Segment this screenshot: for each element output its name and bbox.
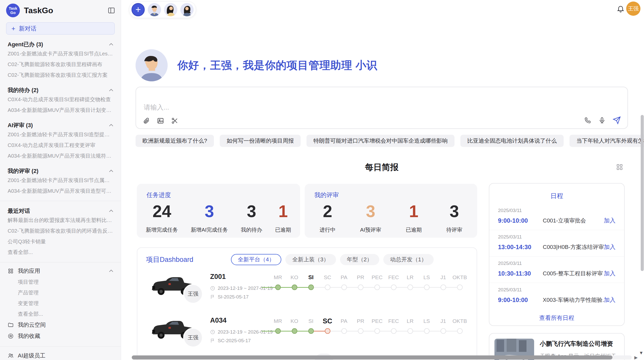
vertical-scrollbar-thumb[interactable] [641, 115, 644, 271]
chevron-up-icon[interactable] [108, 208, 114, 214]
view-all-chats[interactable]: 查看全部... [8, 247, 114, 258]
section-recent-chats[interactable]: 最近对话 [8, 207, 114, 215]
attachment-icon[interactable] [143, 117, 150, 124]
my-review-card: 我的评审 2进行中 3AI预评审 1已逾期 3待评审 [305, 184, 477, 238]
sidebar-item-my-apps[interactable]: 我的应用 [8, 265, 114, 277]
image-icon[interactable] [157, 117, 164, 124]
milestone: OKTB [451, 317, 468, 334]
logo-line2: Go [10, 10, 16, 15]
tab-powertrain[interactable]: 动总开发（1） [383, 254, 434, 265]
join-link[interactable]: 加入 [604, 269, 616, 277]
section-title: 我的待办 (2) [8, 86, 38, 94]
suggestion-chip[interactable]: 特朗普可能对进口汽车增税会对中国车企造成哪些影响 [306, 135, 455, 147]
milestone-dot [341, 328, 347, 334]
schedule-event: 2025/03/11 9:00-10:00 X003-车辆动力学性能验... 加… [489, 283, 624, 309]
project-row[interactable]: 王强 Z001 2023-12-19 ~ 2027-01-19 SI-2025-… [137, 268, 477, 311]
scroll-right-arrow-icon[interactable]: ▶ [634, 355, 638, 360]
list-item[interactable]: Z001-全新燃油皮卡产品开发项目SI节点Lesson Learn报告 [8, 48, 114, 59]
event-title: X003-车辆动力学性能验... [543, 296, 604, 304]
list-item[interactable]: A034-全新新能源MUV产品开发项目造型可行性评审 [8, 186, 114, 196]
date-range: 2023-12-19 ~ 2026-01-19 [218, 329, 273, 335]
phone-icon[interactable] [584, 117, 591, 124]
chevron-up-icon[interactable] [108, 87, 114, 93]
app-logo: Task Go [6, 4, 20, 17]
section-title: Agent已办 (3) [8, 41, 43, 48]
list-item[interactable]: C02-飞腾新能源轻客改款项目立项汇报方案 [8, 70, 114, 80]
milestone-dot [457, 284, 463, 290]
event-time: 9:00-10:00 [498, 296, 543, 304]
section-my-todo[interactable]: 我的待办 (2) [8, 86, 114, 94]
list-item[interactable]: A034-全新新能源MUV产品开发项目计划变更表编写 [8, 105, 114, 115]
list-item[interactable]: 公司Q3轻卡销量 [8, 236, 114, 247]
list-item[interactable]: Z001-全新燃油轻卡产品开发项目SI造型提交物评审 [8, 129, 114, 140]
sidebar-header: Task Go TaskGo [0, 0, 121, 19]
collapse-sidebar-icon[interactable] [108, 7, 115, 14]
sidebar-item-product-mgmt[interactable]: 产品管理 [18, 287, 114, 298]
suggestion-chip[interactable]: 当下年轻人对汽车外观有怎样的喜好趋势 [569, 135, 644, 147]
layout-grid-icon[interactable] [616, 163, 623, 171]
stat: 3新增AI完成任务 [191, 203, 228, 235]
project-code: Z001 [210, 273, 226, 281]
stat-label: 进行中 [319, 226, 335, 233]
list-item[interactable]: 解释最新出台的欧盟报废车法规再生塑料比例被调至15%... [8, 215, 114, 226]
view-all-schedule-link[interactable]: 查看所有日程 [489, 314, 624, 322]
horizontal-scrollbar-thumb[interactable] [132, 355, 612, 359]
milestone-dot [374, 284, 380, 290]
sidebar-item-change-mgmt[interactable]: 变更管理 [18, 298, 114, 309]
suggestion-chip[interactable]: 比亚迪全固态电池计划具体说了什么 [460, 135, 564, 147]
user-avatar[interactable]: 王强 [626, 2, 640, 16]
list-item[interactable]: C0X4-动力总成开发项目工程变更评审 [8, 140, 114, 151]
milestone-dot [308, 328, 314, 334]
section-my-review[interactable]: 我的评审 (2) [8, 167, 114, 175]
join-link[interactable]: 加入 [604, 217, 616, 224]
stat-value: 3 [191, 203, 228, 220]
project-dates: 2023-12-19 ~ 2026-01-19 [210, 329, 273, 335]
join-link[interactable]: 加入 [604, 296, 616, 304]
milestone-dot [407, 284, 413, 290]
milestone-dot [424, 328, 430, 334]
section-title: AI评审 (3) [8, 122, 33, 129]
sidebar-item-ai-employee[interactable]: AI超级员工 [8, 350, 114, 360]
project-row[interactable]: 王强 A034 2023-12-19 ~ 2026-01-19 SC-2025-… [137, 311, 477, 355]
milestone: OKTB [451, 273, 468, 290]
add-agent-button[interactable]: + [131, 3, 145, 16]
send-icon[interactable] [613, 116, 621, 124]
news-title: 小鹏飞行汽车制造公司增资 [540, 340, 619, 348]
list-item[interactable]: A034-全新新能源MUV产品开发项目法规符合性评审 [8, 151, 114, 161]
view-all-apps[interactable]: 查看全部... [18, 309, 114, 319]
tab-new-body[interactable]: 全新上装（3） [285, 254, 336, 265]
tab-new-platform[interactable]: 全新平台（4） [231, 254, 281, 265]
scissors-icon[interactable] [171, 117, 178, 124]
list-item[interactable]: C02-飞腾新能源轻客改款项目的闭环通告反馈情况 [8, 226, 114, 236]
list-item[interactable]: Z001-全新燃油轻卡产品开发项目SI节点属性5D文件评审 [8, 175, 114, 186]
stat-value: 3 [446, 203, 462, 220]
join-link[interactable]: 加入 [604, 243, 616, 251]
card-title: 我的评审 [314, 191, 339, 199]
microphone-icon[interactable] [598, 117, 606, 124]
chevron-up-icon[interactable] [108, 268, 114, 274]
notification-bell-icon[interactable] [617, 5, 625, 13]
new-chat-button[interactable]: + 新对话 [6, 22, 115, 35]
scroll-down-arrow-icon[interactable]: ▼ [639, 350, 643, 356]
horizontal-scrollbar[interactable] [132, 355, 632, 359]
sidebar-item-cloud-space[interactable]: 我的云空间 [8, 319, 114, 331]
section-agent-done[interactable]: Agent已办 (3) [8, 41, 114, 48]
avatar[interactable] [148, 3, 161, 16]
tab-year-model[interactable]: 年型（2） [340, 254, 379, 265]
milestone-dot [358, 328, 363, 334]
sidebar-item-project-mgmt[interactable]: 项目管理 [18, 277, 114, 287]
dashboard-tabs: 全新平台（4） 全新上装（3） 年型（2） 动总开发（1） [231, 254, 434, 265]
chevron-up-icon[interactable] [108, 122, 114, 128]
list-item[interactable]: C02-飞腾新能源轻客改款项目里程碑画布 [8, 59, 114, 70]
chevron-up-icon[interactable] [108, 41, 114, 48]
milestone-timeline: MR KO SI SC PA PR PEC FEC LR LS J1 OKTB [270, 273, 469, 290]
suggestion-chip[interactable]: 如何写一份清晰的项目周报 [220, 135, 301, 147]
sidebar-item-favorites[interactable]: 我的收藏 [8, 331, 114, 342]
chevron-up-icon[interactable] [108, 168, 114, 174]
avatar[interactable] [180, 3, 194, 16]
chat-input-box[interactable]: 请输入... [136, 87, 628, 129]
list-item[interactable]: C0X4-动力总成开发项目SI里程碑提交物检查 [8, 94, 114, 105]
section-ai-review[interactable]: AI评审 (3) [8, 122, 114, 129]
suggestion-chip[interactable]: 欧洲新规最近颁布了什么? [136, 135, 214, 147]
avatar[interactable] [164, 3, 177, 16]
